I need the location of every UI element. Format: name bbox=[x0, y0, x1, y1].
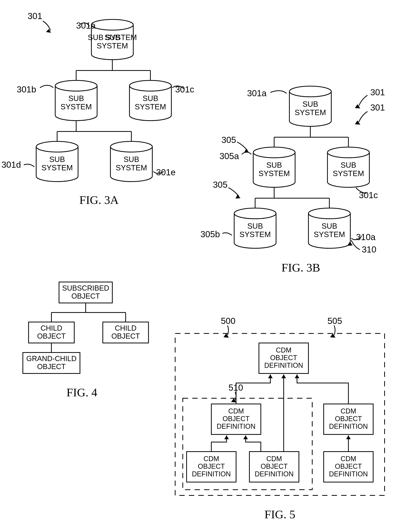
ref-301a: 301a bbox=[76, 21, 96, 31]
caption-4: FIG. 4 bbox=[67, 386, 97, 399]
ref-3b-301-1: 301 bbox=[370, 87, 385, 97]
svg-point-0 bbox=[91, 19, 133, 30]
ref-3b-301c: 301c bbox=[359, 190, 378, 200]
svg-text:SUBSYSTEM: SUBSYSTEM bbox=[295, 100, 326, 117]
leader-301 bbox=[43, 21, 50, 31]
svg-text:SUBSYSTEM: SUBSYSTEM bbox=[61, 94, 92, 111]
ref-305-bot: 305 bbox=[213, 180, 228, 190]
ref-505: 505 bbox=[327, 316, 342, 326]
cylinder-301e: SUBSYSTEM bbox=[111, 141, 152, 182]
svg-text:CHILDOBJECT: CHILDOBJECT bbox=[111, 324, 140, 340]
ref-305b: 305b bbox=[200, 229, 220, 239]
svg-text:SUBSYSTEM: SUBSYSTEM bbox=[258, 161, 290, 177]
svg-text:SUBSYSTEM: SUBSYSTEM bbox=[240, 222, 271, 239]
cylinder-301d: SUBSYSTEM bbox=[36, 141, 78, 182]
svg-text:SUBSYSTEM: SUBSYSTEM bbox=[135, 94, 166, 111]
svg-point-15 bbox=[327, 147, 369, 158]
svg-text:CDMOBJECTDEFINITION: CDMOBJECTDEFINITION bbox=[192, 455, 231, 478]
ref-3b-301-2: 301 bbox=[370, 102, 385, 112]
svg-text:SUBSYSTEM: SUBSYSTEM bbox=[116, 155, 147, 172]
svg-text:GRAND-CHILDOBJECT: GRAND-CHILDOBJECT bbox=[26, 355, 77, 371]
svg-point-19 bbox=[308, 208, 350, 219]
cylinder-3b-top: SUBSYSTEM bbox=[289, 86, 331, 126]
ref-301e: 301e bbox=[156, 167, 176, 177]
svg-point-5 bbox=[129, 80, 171, 91]
svg-point-11 bbox=[289, 86, 331, 97]
cylinder-301c: SUBSYSTEM bbox=[129, 80, 171, 121]
ref-310: 310 bbox=[362, 244, 376, 254]
ref-500: 500 bbox=[221, 316, 235, 326]
cylinder-310a: SUBSYSTEM bbox=[308, 208, 350, 248]
fig-5: 505 500 510 CDMOBJECTDEFINITION CDMOBJEC… bbox=[175, 316, 385, 521]
ref-310a: 310a bbox=[356, 232, 376, 242]
svg-text:CDMOBJECTDEFINITION: CDMOBJECTDEFINITION bbox=[255, 455, 294, 478]
svg-text:CHILDOBJECT: CHILDOBJECT bbox=[37, 324, 66, 340]
svg-text:CDMOBJECTDEFINITION: CDMOBJECTDEFINITION bbox=[329, 455, 368, 478]
svg-text:SUBSYSTEM: SUBSYSTEM bbox=[333, 161, 364, 177]
ref-305-top: 305 bbox=[222, 135, 236, 145]
ref-301d: 301d bbox=[1, 160, 21, 170]
svg-text:SUBSCRIBEDOBJECT: SUBSCRIBEDOBJECT bbox=[62, 284, 109, 300]
ref-301b: 301b bbox=[17, 84, 36, 94]
patent-figures: SUB SYSTEM SUBSYSTEM 301a 301 SUBSYSTEM … bbox=[0, 0, 400, 532]
cylinder-305b: SUBSYSTEM bbox=[234, 208, 276, 248]
cylinder-305a: SUBSYSTEM bbox=[253, 147, 295, 187]
svg-text:CDMOBJECTDEFINITION: CDMOBJECTDEFINITION bbox=[329, 407, 368, 430]
cylinder-301b: SUBSYSTEM bbox=[55, 80, 97, 121]
ref-305a: 305a bbox=[220, 151, 239, 161]
svg-text:CDMOBJECTDEFINITION: CDMOBJECTDEFINITION bbox=[217, 407, 256, 430]
fig-3b: SUBSYSTEM 301a 301 301 SUBSYSTEM 305 305… bbox=[200, 86, 385, 274]
svg-point-17 bbox=[234, 208, 276, 219]
fig-3a: SUB SYSTEM SUBSYSTEM 301a 301 SUBSYSTEM … bbox=[1, 11, 194, 206]
caption-3b: FIG. 3B bbox=[281, 261, 320, 274]
ref-3b-301a: 301a bbox=[247, 88, 267, 98]
svg-text:SUBSYSTEM: SUBSYSTEM bbox=[42, 155, 73, 172]
svg-text:CDMOBJECTDEFINITION: CDMOBJECTDEFINITION bbox=[264, 346, 303, 369]
caption-3a: FIG. 3A bbox=[79, 193, 119, 206]
fig-4: SUBSCRIBEDOBJECT CHILDOBJECT CHILDOBJECT… bbox=[23, 282, 148, 399]
svg-point-3 bbox=[55, 80, 97, 91]
svg-point-13 bbox=[253, 147, 295, 158]
arrow-midR-top bbox=[297, 374, 348, 404]
svg-text:SUBSYSTEM: SUBSYSTEM bbox=[314, 222, 345, 239]
ref-301: 301 bbox=[28, 11, 42, 21]
svg-point-7 bbox=[36, 141, 78, 152]
cylinder-3b-301c: SUBSYSTEM bbox=[327, 147, 369, 187]
svg-point-9 bbox=[111, 141, 152, 152]
caption-5: FIG. 5 bbox=[265, 508, 295, 521]
